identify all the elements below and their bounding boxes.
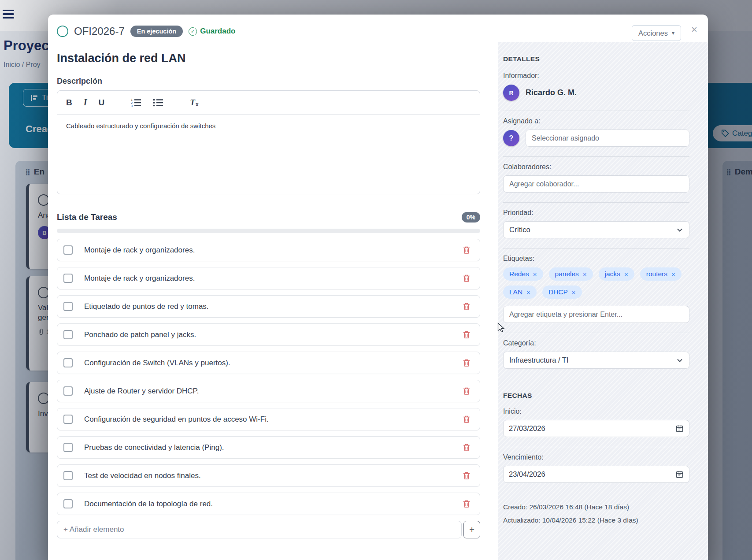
trash-icon[interactable] (462, 471, 471, 480)
checklist-item: Montaje de rack y organizadores. (57, 239, 480, 261)
add-checklist-item-input[interactable] (57, 521, 462, 538)
checklist-item-label: Documentación de la topología de red. (84, 500, 462, 508)
tag-remove-icon[interactable]: × (583, 271, 587, 278)
checklist-item-label: Configuración de Switch (VLANs y puertos… (84, 359, 462, 367)
underline-icon[interactable]: U (99, 98, 105, 108)
priority-select[interactable]: Crítico (503, 221, 689, 238)
divider (503, 111, 689, 111)
informer-label: Informador: (503, 72, 689, 80)
checkbox[interactable] (63, 499, 73, 508)
checkbox[interactable] (63, 358, 73, 367)
checklist-item: Pruebas de conectividad y latencia (Ping… (57, 436, 480, 459)
chevron-down-icon (676, 357, 683, 364)
checklist-item-label: Pruebas de conectividad y latencia (Ping… (84, 443, 462, 452)
checklist-item: Ajuste de Router y servidor DHCP. (57, 380, 480, 402)
checklist-item: Etiquetado de puntos de red y tomas. (57, 295, 480, 318)
checkbox[interactable] (63, 302, 73, 311)
collaborators-input[interactable] (503, 175, 689, 193)
due-date-input[interactable]: 23/04/2026 (503, 466, 689, 483)
assignee-input[interactable] (526, 130, 689, 147)
trash-icon[interactable] (462, 386, 471, 396)
tag-remove-icon[interactable]: × (624, 271, 628, 278)
trash-icon[interactable] (462, 443, 471, 452)
tag-remove-icon[interactable]: × (572, 289, 576, 296)
checkbox[interactable] (63, 386, 73, 396)
tag-pill[interactable]: routers× (640, 267, 682, 281)
checklist-item-label: Montaje de rack y organizadores. (84, 274, 462, 283)
task-id: OFI2026-7 (74, 25, 125, 37)
tag-remove-icon[interactable]: × (526, 289, 530, 296)
trash-icon[interactable] (462, 245, 471, 255)
italic-icon[interactable]: I (84, 97, 87, 108)
start-date-value: 27/03/2026 (509, 424, 545, 433)
category-label: Categoría: (503, 339, 689, 347)
trash-icon[interactable] (462, 302, 471, 311)
divider (503, 156, 689, 157)
checklist-item-label: Etiquetado de puntos de red y tomas. (84, 302, 462, 311)
trash-icon[interactable] (462, 415, 471, 424)
priority-label: Prioridad: (503, 209, 689, 217)
start-date-input[interactable]: 27/03/2026 (503, 420, 689, 437)
description-text[interactable]: Cableado estructurado y configuración de… (57, 115, 480, 194)
checkbox[interactable] (63, 330, 73, 339)
checklist-item-label: Configuración de seguridad en puntos de … (84, 415, 462, 424)
task-title: Instalación de red LAN (57, 52, 480, 65)
checklist-item-label: Ajuste de Router y servidor DHCP. (84, 387, 462, 396)
task-status-circle-icon[interactable] (57, 26, 68, 37)
dates-section-label: FECHAS (503, 392, 689, 400)
svg-text:1: 1 (131, 98, 133, 101)
checklist-item: Configuración de seguridad en puntos de … (57, 408, 480, 430)
bullet-list-icon[interactable] (153, 98, 163, 108)
ordered-list-icon[interactable]: 123 (131, 98, 141, 108)
checklist-item-label: Ponchado de patch panel y jacks. (84, 330, 462, 339)
caret-down-icon: ▾ (672, 30, 674, 36)
updated-timestamp: Actualizado: 10/04/2026 15:22 (Hace 3 dí… (503, 514, 689, 527)
close-icon[interactable]: × (691, 24, 697, 35)
modal-main-pane: OFI2026-7 En ejecución ✓ Guardado Instal… (48, 15, 498, 560)
checklist-item-label: Montaje de rack y organizadores. (84, 246, 462, 255)
clear-formatting-icon[interactable]: Tx (190, 98, 198, 108)
checklist-item: Montaje de rack y organizadores. (57, 267, 480, 289)
checklist-item: Test de velocidad en nodos finales. (57, 464, 480, 487)
tag-remove-icon[interactable]: × (671, 271, 675, 278)
due-date-label: Vencimiento: (503, 453, 689, 461)
tag-pill[interactable]: LAN× (503, 286, 537, 299)
checkbox[interactable] (63, 245, 73, 255)
status-badge: En ejecución (130, 26, 183, 37)
due-date-value: 23/04/2026 (509, 470, 545, 478)
tag-remove-icon[interactable]: × (533, 271, 537, 278)
created-timestamp: Creado: 26/03/2026 16:48 (Hace 18 días) (503, 501, 689, 514)
progress-badge: 0% (462, 212, 480, 223)
checklist-item-label: Test de velocidad en nodos finales. (84, 471, 462, 480)
actions-dropdown-button[interactable]: Acciones ▾ (632, 25, 681, 41)
checkbox[interactable] (63, 471, 73, 480)
description-label: Descripción (57, 77, 480, 86)
tags-label: Etiquetas: (503, 255, 689, 263)
tag-pill[interactable]: DHCP× (542, 286, 582, 299)
trash-icon[interactable] (462, 274, 471, 283)
priority-value: Crítico (509, 226, 530, 234)
mouse-cursor (497, 323, 507, 333)
tag-pill[interactable]: paneles× (549, 267, 593, 281)
assignee-avatar: ? (503, 130, 519, 146)
tag-pill[interactable]: Redes× (503, 267, 543, 281)
trash-icon[interactable] (462, 499, 471, 508)
checkbox[interactable] (63, 415, 73, 424)
tag-pill[interactable]: jacks× (599, 267, 634, 281)
trash-icon[interactable] (462, 330, 471, 339)
bold-icon[interactable]: B (66, 98, 72, 108)
start-date-label: Inicio: (503, 408, 689, 415)
collaborators-label: Colaboradores: (503, 163, 689, 171)
checkbox[interactable] (63, 443, 73, 452)
chevron-down-icon (676, 226, 683, 234)
calendar-icon (675, 470, 684, 478)
checklist-item: Ponchado de patch panel y jacks. (57, 323, 480, 346)
trash-icon[interactable] (462, 358, 471, 367)
informer-name: Ricardo G. M. (526, 88, 577, 97)
progress-bar (57, 229, 480, 233)
add-item-button[interactable]: + (463, 521, 480, 538)
tag-input[interactable] (503, 306, 689, 323)
category-select[interactable]: Infraestructura / TI (503, 352, 689, 369)
checkbox[interactable] (63, 274, 73, 283)
editor-toolbar: B I U 123 Tx (57, 91, 480, 115)
